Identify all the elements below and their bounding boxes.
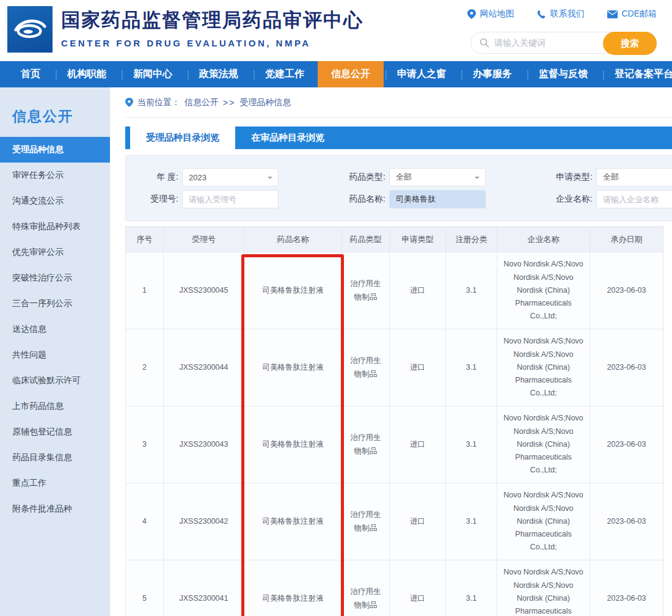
site-header: 国家药品监督管理局药品审评中心 CENTER FOR DRUG EVALUATI…: [0, 0, 672, 61]
drug-type-label: 药品类型:: [341, 172, 385, 183]
sidebar-item[interactable]: 三合一序列公示: [0, 291, 110, 317]
cell-drug-name: 司美格鲁肽注射液: [244, 560, 342, 616]
company-input[interactable]: [596, 190, 672, 208]
table-row[interactable]: 1 JXSS2300045 司美格鲁肽注射液 治疗用生物制品 进口 3.1 No…: [126, 252, 663, 329]
sidebar-item[interactable]: 突破性治疗公示: [0, 265, 110, 291]
body: 信息公开 受理品种信息 审评任务公示 沟通交流公示 特殊审批品种列表 优先审评公…: [0, 87, 672, 616]
cde-logo: [7, 6, 53, 53]
cell-reg-class: 3.1: [446, 329, 497, 406]
sidebar-item[interactable]: 优先审评公示: [0, 240, 110, 265]
sitemap-link[interactable]: 网站地图: [467, 9, 514, 20]
nav-item[interactable]: 新闻中心: [120, 61, 186, 87]
cde-mail-link[interactable]: CDE邮箱: [607, 9, 657, 20]
nav-item[interactable]: 监督与反馈: [525, 61, 601, 87]
drug-type-select[interactable]: 全部: [389, 168, 486, 186]
sidebar-item[interactable]: 审评任务公示: [0, 163, 110, 188]
sidebar-item[interactable]: 特殊审批品种列表: [0, 214, 110, 240]
nav-item[interactable]: 信息公开: [318, 61, 384, 87]
search-button[interactable]: 搜索: [603, 32, 657, 55]
nav-item[interactable]: 机构职能: [54, 61, 120, 87]
table-header-cell: 药品类型: [342, 227, 390, 252]
cell-no: 3: [126, 406, 164, 483]
cell-reg-class: 3.1: [446, 483, 497, 560]
sidebar-item[interactable]: 药品目录集信息: [0, 445, 110, 471]
cell-no: 2: [126, 329, 164, 406]
nav-item[interactable]: 首页: [7, 61, 54, 87]
sidebar-item[interactable]: 原辅包登记信息: [0, 419, 110, 445]
apply-type-select[interactable]: 全部: [596, 168, 672, 186]
tab[interactable]: 受理品种目录浏览: [130, 127, 235, 149]
cell-drug-name: 司美格鲁肽注射液: [244, 329, 342, 406]
apply-type-label: 申请类型:: [549, 172, 593, 183]
header-search: 搜索: [470, 32, 657, 54]
sidebar-item[interactable]: 附条件批准品种: [0, 496, 110, 522]
filter-panel: 年 度: 2023 药品类型: 全部 申请类型: 全部 受理号:: [125, 155, 672, 221]
nav-item[interactable]: 政策法规: [186, 61, 252, 87]
table-row[interactable]: 5 JXSS2300041 司美格鲁肽注射液 治疗用生物制品 进口 3.1 No…: [126, 560, 663, 616]
contact-link[interactable]: 联系我们: [537, 9, 584, 20]
year-select[interactable]: 2023: [182, 168, 279, 186]
cell-date: 2023-06-03: [590, 406, 663, 483]
sidebar-item[interactable]: 受理品种信息: [0, 137, 110, 163]
table-row[interactable]: 4 JXSS2300042 司美格鲁肽注射液 治疗用生物制品 进口 3.1 No…: [126, 483, 663, 560]
breadcrumb-current[interactable]: 受理品种信息: [239, 97, 291, 108]
cell-company: Novo Nordisk A/S;Novo Nordisk A/S;Novo N…: [497, 483, 590, 560]
sidebar-item[interactable]: 共性问题: [0, 342, 110, 368]
cell-date: 2023-06-03: [590, 483, 663, 560]
nav-item[interactable]: 登记备案平台: [601, 61, 672, 87]
cell-accept-no: JXSS2300043: [164, 406, 244, 483]
page: 国家药品监督管理局药品审评中心 CENTER FOR DRUG EVALUATI…: [0, 0, 672, 616]
cell-reg-class: 3.1: [446, 252, 497, 329]
sidebar: 信息公开 受理品种信息 审评任务公示 沟通交流公示 特殊审批品种列表 优先审评公…: [0, 87, 110, 616]
table-header-cell: 受理号: [164, 227, 244, 252]
title-block: 国家药品监督管理局药品审评中心 CENTER FOR DRUG EVALUATI…: [61, 7, 363, 48]
sidebar-menu: 受理品种信息 审评任务公示 沟通交流公示 特殊审批品种列表 优先审评公示 突破性…: [0, 137, 110, 522]
search-icon: [480, 38, 489, 48]
cell-drug-type: 治疗用生物制品: [342, 329, 390, 406]
breadcrumb-section[interactable]: 信息公开: [184, 97, 219, 108]
cell-company: Novo Nordisk A/S;Novo Nordisk A/S;Novo N…: [497, 560, 590, 616]
site-subtitle: CENTER FOR DRUG EVALUATION, NMPA: [61, 38, 363, 48]
drug-name-input[interactable]: [389, 190, 486, 208]
breadcrumb-prefix: 当前位置：: [137, 97, 180, 108]
filter-row-1: 年 度: 2023 药品类型: 全部 申请类型: 全部: [134, 168, 672, 186]
cell-company: Novo Nordisk A/S;Novo Nordisk A/S;Novo N…: [497, 252, 590, 329]
table-header-cell: 序号: [126, 227, 164, 252]
table-body: 1 JXSS2300045 司美格鲁肽注射液 治疗用生物制品 进口 3.1 No…: [126, 252, 663, 616]
logo-swoosh-icon: [12, 12, 48, 47]
site-title: 国家药品监督管理局药品审评中心: [61, 7, 363, 33]
cell-drug-type: 治疗用生物制品: [342, 406, 390, 483]
cell-apply-type: 进口: [390, 483, 446, 560]
nav-item[interactable]: 党建工作: [252, 61, 318, 87]
drug-name-label: 药品名称:: [341, 194, 385, 205]
company-label: 企业名称:: [549, 194, 593, 205]
sidebar-item[interactable]: 重点工作: [0, 471, 110, 496]
cell-drug-name: 司美格鲁肽注射液: [244, 483, 342, 560]
nav-item[interactable]: 办事服务: [459, 61, 525, 87]
cell-accept-no: JXSS2300041: [164, 560, 244, 616]
cell-no: 5: [126, 560, 164, 616]
table-row[interactable]: 3 JXSS2300043 司美格鲁肽注射液 治疗用生物制品 进口 3.1 No…: [126, 406, 663, 483]
table-row[interactable]: 2 JXSS2300044 司美格鲁肽注射液 治疗用生物制品 进口 3.1 No…: [126, 329, 663, 406]
cell-accept-no: JXSS2300042: [164, 483, 244, 560]
nav-item[interactable]: 申请人之窗: [384, 61, 459, 87]
sidebar-item[interactable]: 临床试验默示许可: [0, 368, 110, 394]
cell-company: Novo Nordisk A/S;Novo Nordisk A/S;Novo N…: [497, 329, 590, 406]
cell-drug-name: 司美格鲁肽注射液: [244, 406, 342, 483]
sidebar-item[interactable]: 沟通交流公示: [0, 188, 110, 214]
sidebar-title: 信息公开: [0, 100, 110, 137]
cell-apply-type: 进口: [390, 560, 446, 616]
filter-row-2: 受理号: 药品名称: 企业名称:: [134, 190, 672, 208]
tab[interactable]: 在审品种目录浏览: [235, 127, 340, 149]
cell-company: Novo Nordisk A/S;Novo Nordisk A/S;Novo N…: [497, 406, 590, 483]
table-header-cell: 承办日期: [590, 227, 663, 252]
cell-apply-type: 进口: [390, 329, 446, 406]
cell-date: 2023-06-03: [590, 329, 663, 406]
breadcrumb-pin-icon: [125, 98, 133, 107]
sidebar-item[interactable]: 送达信息: [0, 317, 110, 342]
breadcrumb-separator: >>: [223, 98, 235, 108]
accept-no-label: 受理号:: [134, 194, 178, 205]
cell-accept-no: JXSS2300044: [164, 329, 244, 406]
sidebar-item[interactable]: 上市药品信息: [0, 394, 110, 419]
accept-no-input[interactable]: [182, 190, 279, 208]
